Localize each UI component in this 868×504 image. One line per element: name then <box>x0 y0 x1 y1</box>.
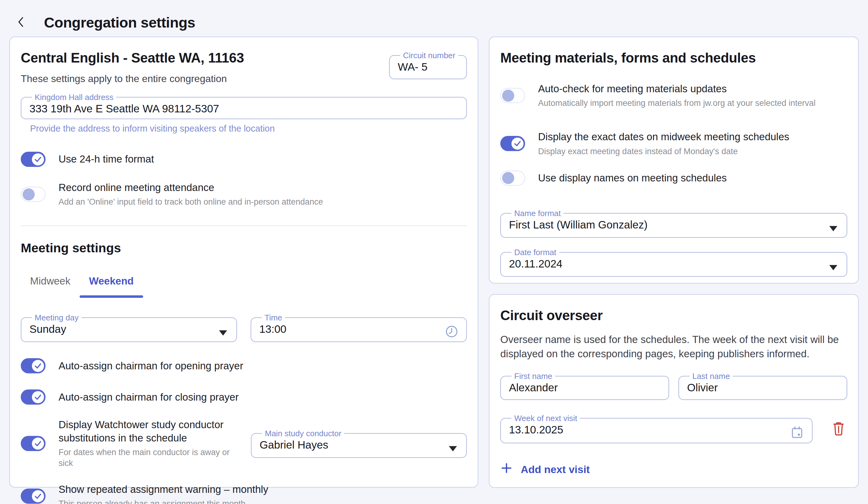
date-format-value[interactable]: 20.11.2024 <box>509 258 839 270</box>
display-names-label: Use display names on meeting schedules <box>538 171 727 185</box>
calendar-icon[interactable] <box>789 425 805 441</box>
first-name-label: First name <box>512 372 555 380</box>
back-button[interactable] <box>12 14 30 31</box>
page-title: Congregation settings <box>44 14 195 31</box>
time-field[interactable]: Time 13:00 <box>251 314 467 342</box>
meeting-day-label: Meeting day <box>32 314 82 322</box>
section-divider <box>21 225 467 226</box>
repeated-assignment-warning-row: Show repeated assignment warning – month… <box>21 483 467 504</box>
tab-midweek-label: Midweek <box>30 275 70 287</box>
circuit-number-value[interactable]: WA- 5 <box>398 61 458 73</box>
opening-prayer-toggle[interactable] <box>21 358 45 374</box>
auto-check-materials-toggle[interactable] <box>500 88 525 103</box>
repeated-assignment-warning-toggle[interactable] <box>21 489 45 504</box>
exact-dates-toggle[interactable] <box>500 136 525 151</box>
date-format-select[interactable]: Date format 20.11.2024 <box>500 248 847 277</box>
circuit-number-label: Circuit number <box>400 51 458 60</box>
first-name-value[interactable]: Alexander <box>509 381 660 394</box>
repeated-assignment-warning-label: Show repeated assignment warning – month… <box>59 483 268 496</box>
auto-check-materials-label: Auto-check for meeting materials updates <box>538 82 816 95</box>
watchtower-substitutions-row: Display Watchtower study conductor subst… <box>21 418 467 469</box>
opening-prayer-row: Auto-assign chairman for opening prayer <box>21 358 467 374</box>
toggle-thumb <box>32 490 44 502</box>
toggle-thumb <box>32 153 44 165</box>
check-icon <box>512 137 524 149</box>
time-value[interactable]: 13:00 <box>259 323 458 335</box>
dropdown-arrow-icon <box>829 226 837 231</box>
record-online-attendance-sublabel: Add an 'Online' input field to track bot… <box>59 197 323 208</box>
check-icon <box>32 360 44 372</box>
delete-visit-button[interactable] <box>830 420 847 438</box>
week-of-next-visit-row: Week of next visit 13.10.2025 <box>500 414 847 443</box>
kingdom-hall-address-field[interactable]: Kingdom Hall address 333 19th Ave E Seat… <box>21 93 467 119</box>
last-name-label: Last name <box>690 372 733 380</box>
display-names-row: Use display names on meeting schedules <box>500 170 847 186</box>
exact-dates-sublabel: Display exact meeting dates instead of M… <box>538 146 789 157</box>
clock-icon[interactable] <box>445 324 459 340</box>
display-names-toggle[interactable] <box>500 170 525 186</box>
use-24h-time-toggle[interactable] <box>21 152 45 167</box>
check-icon <box>32 490 44 502</box>
materials-card: Meeting materials, forms and schedules A… <box>489 36 859 284</box>
trash-icon <box>831 420 846 438</box>
meeting-tabs: Midweek Weekend <box>21 275 467 296</box>
toggle-thumb <box>32 438 44 450</box>
active-tab-indicator <box>80 295 143 298</box>
congregation-card: Central English - Seattle WA, 11163 Thes… <box>9 36 478 487</box>
toggle-thumb <box>32 391 44 403</box>
dropdown-arrow-icon <box>829 265 837 270</box>
time-label: Time <box>262 314 285 322</box>
toggle-thumb <box>23 188 35 200</box>
toggle-thumb <box>32 360 44 372</box>
first-name-field[interactable]: First name Alexander <box>500 372 669 400</box>
toggle-thumb <box>502 90 514 102</box>
week-of-next-visit-label: Week of next visit <box>512 414 580 422</box>
name-format-select[interactable]: Name format First Last (William Gonzalez… <box>500 209 847 238</box>
watchtower-substitutions-label: Display Watchtower study conductor subst… <box>59 418 237 444</box>
last-name-field[interactable]: Last name Olivier <box>679 372 847 400</box>
add-next-visit-button[interactable]: Add next visit <box>500 462 590 477</box>
page-header: Congregation settings <box>0 0 868 36</box>
circuit-number-field[interactable]: Circuit number WA- 5 <box>389 51 467 79</box>
circuit-overseer-card: Circuit overseer Overseer name is used f… <box>489 294 859 488</box>
record-online-attendance-toggle[interactable] <box>21 187 45 202</box>
tab-midweek[interactable]: Midweek <box>21 275 80 296</box>
watchtower-substitutions-sublabel: For dates when the main conductor is awa… <box>59 447 237 469</box>
auto-check-materials-sublabel: Automatically import meeting materials f… <box>538 98 816 109</box>
check-icon <box>32 391 44 403</box>
toggle-thumb <box>502 172 514 184</box>
exact-dates-row: Display the exact dates on midweek meeti… <box>500 130 847 157</box>
add-next-visit-label: Add next visit <box>521 463 590 475</box>
main-study-conductor-label: Main study conductor <box>262 429 344 438</box>
circuit-overseer-description: Overseer name is used for the schedules.… <box>500 333 844 361</box>
opening-prayer-label: Auto-assign chairman for opening prayer <box>59 359 243 372</box>
check-icon <box>32 438 44 450</box>
check-icon <box>32 153 44 165</box>
kingdom-hall-address-label: Kingdom Hall address <box>32 93 116 101</box>
week-of-next-visit-value[interactable]: 13.10.2025 <box>509 423 804 436</box>
tab-weekend[interactable]: Weekend <box>80 275 143 296</box>
meeting-day-value[interactable]: Sunday <box>29 323 228 335</box>
use-24h-time-label: Use 24-h time format <box>59 153 154 166</box>
closing-prayer-toggle[interactable] <box>21 389 45 405</box>
meeting-day-select[interactable]: Meeting day Sunday <box>21 314 237 342</box>
toggle-thumb <box>512 137 524 149</box>
watchtower-substitutions-toggle[interactable] <box>21 436 45 451</box>
record-online-attendance-label: Record online meeting attendance <box>59 181 323 194</box>
week-of-next-visit-field[interactable]: Week of next visit 13.10.2025 <box>500 414 813 443</box>
main-study-conductor-value[interactable]: Gabriel Hayes <box>260 439 458 451</box>
chevron-left-icon <box>14 15 28 30</box>
materials-title: Meeting materials, forms and schedules <box>500 50 847 66</box>
auto-check-materials-row: Auto-check for meeting materials updates… <box>500 82 847 109</box>
congregation-subtitle: These settings apply to the entire congr… <box>21 73 244 84</box>
kingdom-hall-address-value[interactable]: 333 19th Ave E Seattle WA 98112-5307 <box>29 103 458 115</box>
meeting-settings-title: Meeting settings <box>21 241 467 255</box>
address-helper-text: Provide the address to inform visiting s… <box>30 124 467 134</box>
name-format-value[interactable]: First Last (William Gonzalez) <box>509 219 839 231</box>
closing-prayer-label: Auto-assign chairman for closing prayer <box>59 391 239 404</box>
record-online-attendance-row: Record online meeting attendance Add an … <box>21 181 467 208</box>
last-name-value[interactable]: Olivier <box>687 381 839 394</box>
name-format-label: Name format <box>512 209 564 217</box>
main-study-conductor-select[interactable]: Main study conductor Gabriel Hayes <box>251 429 467 458</box>
date-format-label: Date format <box>512 248 559 256</box>
